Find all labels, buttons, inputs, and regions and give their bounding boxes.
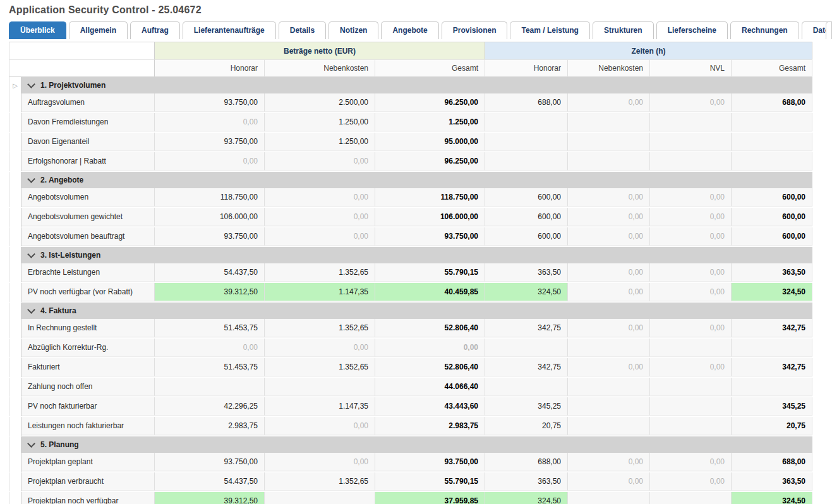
table-row[interactable]: In Rechnung gestellt51.453,751.352,6552.… xyxy=(9,319,812,339)
cell-honorar-h xyxy=(485,378,568,396)
cell-gesamt-eur: 43.443,60 xyxy=(375,397,485,416)
tab-auftrag[interactable]: Auftrag xyxy=(130,21,180,39)
cell-gesamt-eur: 0,00 xyxy=(375,339,485,357)
row-gutter xyxy=(9,93,21,112)
column-header-nvl: NVL xyxy=(650,59,732,77)
cell-nebenkosten-h: 0,00 xyxy=(568,263,650,282)
cell-gesamt-eur: 52.806,40 xyxy=(375,319,485,337)
tab-provisionen[interactable]: Provisionen xyxy=(442,21,508,39)
section-header-4[interactable]: 4. Faktura xyxy=(21,303,812,319)
table-row[interactable]: Erfolgshonorar | Rabatt0,000,0096.250,00 xyxy=(9,152,812,172)
chevron-down-icon[interactable] xyxy=(27,80,35,88)
section-header-3[interactable]: 3. Ist-Leistungen xyxy=(21,247,812,263)
table-row[interactable]: Leistungen noch fakturierbar2.983,750,00… xyxy=(9,417,812,436)
cell-gesamt-eur: 93.750,00 xyxy=(375,227,485,246)
cell-gesamt-eur: 1.250,00 xyxy=(375,113,485,131)
row-label-header xyxy=(9,59,155,77)
table-row[interactable]: Projektplan verbraucht54.437,501.352,655… xyxy=(9,472,812,492)
cell-honorar-eur: 51.453,75 xyxy=(155,319,265,337)
cell-honorar-h: 324,50 xyxy=(485,283,568,301)
tab-notizen[interactable]: Notizen xyxy=(329,21,378,39)
cell-gesamt-h: 342,75 xyxy=(732,358,812,376)
cell-nebenkosten-eur: 0,00 xyxy=(265,188,375,207)
tab-team-leistung[interactable]: Team / Leistung xyxy=(510,21,589,39)
table-row[interactable]: Projektplan geplant93.750,000,0093.750,0… xyxy=(9,453,812,472)
table-row[interactable]: Fakturiert51.453,751.352,6552.806,40342,… xyxy=(9,358,812,378)
table-row[interactable]: Abzüglich Korrektur-Rg.0,000,000,00 xyxy=(9,339,812,358)
table-row[interactable]: Auftragsvolumen93.750,002.500,0096.250,0… xyxy=(9,93,812,113)
cell-nebenkosten-h: 0,00 xyxy=(568,227,650,246)
cell-honorar-eur: 39.312,50 xyxy=(155,283,265,301)
tab-angebote[interactable]: Angebote xyxy=(381,21,438,39)
column-header-honorar-eur: Honorar xyxy=(155,59,265,77)
section-header-5[interactable]: 5. Planung xyxy=(21,436,812,453)
cell-nvl: 0,00 xyxy=(650,227,732,246)
row-label: Abzüglich Korrektur-Rg. xyxy=(21,339,155,357)
cell-nebenkosten-eur: 1.147,35 xyxy=(265,283,375,301)
cell-nebenkosten-h xyxy=(568,417,650,435)
tab-details[interactable]: Details xyxy=(279,21,326,39)
table-row[interactable]: Angebotsvolumen beauftragt93.750,000,009… xyxy=(9,227,812,247)
cell-honorar-h xyxy=(485,133,568,151)
column-header-row: HonorarNebenkostenGesamtHonorarNebenkost… xyxy=(9,59,812,77)
cell-nvl xyxy=(650,339,732,357)
row-gutter xyxy=(9,303,21,319)
row-gutter xyxy=(9,417,21,436)
row-label: Fakturiert xyxy=(21,358,155,376)
row-gutter xyxy=(9,492,21,504)
table-row[interactable]: Angebotsvolumen gewichtet106.000,000,001… xyxy=(9,208,812,227)
cell-honorar-eur: 2.983,75 xyxy=(155,417,265,435)
cell-nebenkosten-eur: 1.250,00 xyxy=(265,133,375,151)
section-header-1[interactable]: 1. Projektvolumen xyxy=(21,77,812,93)
cell-honorar-eur: 54.437,50 xyxy=(155,263,265,282)
cell-nebenkosten-h xyxy=(568,492,650,504)
chevron-down-icon[interactable] xyxy=(27,175,35,183)
chevron-down-icon[interactable] xyxy=(27,306,35,314)
row-label: In Rechnung gestellt xyxy=(21,319,155,337)
tab-überblick[interactable]: Überblick xyxy=(9,21,66,39)
cell-gesamt-h xyxy=(732,378,812,396)
table-row[interactable]: Erbrachte Leistungen54.437,501.352,6555.… xyxy=(9,263,812,283)
cell-honorar-h xyxy=(485,113,568,131)
table-row[interactable]: Zahlung noch offen44.066,40 xyxy=(9,378,812,397)
table-row[interactable]: Davon Eigenanteil93.750,001.250,0095.000… xyxy=(9,133,812,152)
cell-gesamt-h xyxy=(732,339,812,357)
tab-rechnungen[interactable]: Rechnungen xyxy=(730,21,799,39)
cell-nebenkosten-h: 0,00 xyxy=(568,283,650,301)
chevron-down-icon[interactable] xyxy=(27,250,35,258)
chevron-down-icon[interactable] xyxy=(27,440,35,448)
cell-gesamt-h: 20,75 xyxy=(732,417,812,435)
cell-nvl xyxy=(650,152,732,171)
table-row[interactable]: PV noch fakturierbar42.296,251.147,3543.… xyxy=(9,397,812,417)
tab-lieferscheine[interactable]: Lieferscheine xyxy=(656,21,728,39)
cell-gesamt-eur: 40.459,85 xyxy=(375,283,485,301)
cell-nvl xyxy=(650,492,732,504)
section-header-row: 2. Angebote xyxy=(9,172,812,188)
cell-gesamt-h: 324,50 xyxy=(732,283,812,301)
section-header-2[interactable]: 2. Angebote xyxy=(21,172,812,188)
row-gutter xyxy=(9,436,21,453)
row-label: Angebotsvolumen beauftragt xyxy=(21,227,155,246)
row-gutter xyxy=(9,208,21,227)
cell-nvl: 0,00 xyxy=(650,93,732,112)
cell-nvl: 0,00 xyxy=(650,208,732,226)
table-row[interactable]: Projektplan noch verfügbar39.312,5037.95… xyxy=(9,492,812,504)
cell-gesamt-h xyxy=(732,152,812,171)
cell-gesamt-h xyxy=(732,133,812,151)
cell-honorar-eur: 54.437,50 xyxy=(155,472,265,491)
cell-nebenkosten-eur: 0,00 xyxy=(265,339,375,357)
tab-strukturen[interactable]: Strukturen xyxy=(593,21,654,39)
table-row[interactable]: Angebotsvolumen118.750,000,00118.750,006… xyxy=(9,188,812,208)
table-row[interactable]: Davon Fremdleistungen0,001.250,001.250,0… xyxy=(9,113,812,133)
row-label: Zahlung noch offen xyxy=(21,378,155,396)
tab-allgemein[interactable]: Allgemein xyxy=(69,21,128,39)
table-row[interactable]: PV noch verfügbar (vor Rabatt)39.312,501… xyxy=(9,283,812,303)
cell-honorar-eur: 0,00 xyxy=(155,113,265,131)
cell-honorar-h: 342,75 xyxy=(485,319,568,337)
cell-honorar-h xyxy=(485,152,568,171)
page-title: Application Security Control - 25.04672 xyxy=(9,4,202,16)
cell-nebenkosten-eur: 1.352,65 xyxy=(265,263,375,282)
cell-gesamt-h: 324,50 xyxy=(732,492,812,504)
tab-lieferantenaufträge[interactable]: Lieferantenaufträge xyxy=(183,21,276,39)
row-pointer-icon: ▷ xyxy=(13,82,18,89)
